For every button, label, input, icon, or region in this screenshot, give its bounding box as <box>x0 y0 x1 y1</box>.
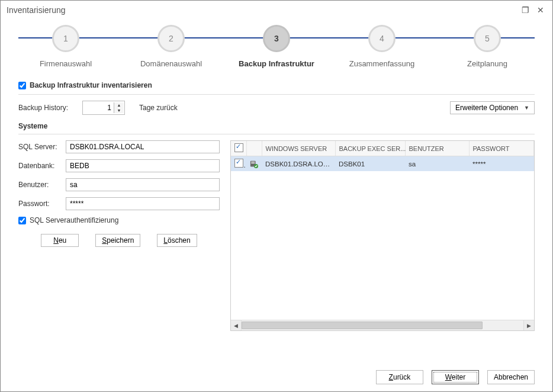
step-3[interactable]: 3 Backup Infrastruktur <box>229 20 324 68</box>
chevron-down-icon: ▼ <box>524 105 529 111</box>
wizard-footer: Zurück Weiter Abbrechen <box>376 370 535 384</box>
sql-server-label: SQL Server: <box>18 143 66 151</box>
row-windows-server: DSBK01.DSRA.LOCAL <box>262 156 335 172</box>
titlebar: Inventarisierung ❐ ✕ <box>1 1 552 20</box>
delete-button[interactable]: Löschen <box>157 234 197 247</box>
step-label: Domänenauswahl <box>140 59 202 68</box>
database-input[interactable] <box>66 159 220 172</box>
step-4[interactable]: 4 Zusammenfassung <box>335 20 429 68</box>
back-button[interactable]: Zurück <box>376 370 423 384</box>
step-1[interactable]: 1 Firmenauswahl <box>18 20 113 68</box>
step-number: 4 <box>380 34 384 43</box>
step-label: Firmenauswahl <box>40 59 92 68</box>
row-status-cell <box>246 156 262 172</box>
password-label: Passwort: <box>18 200 66 208</box>
grid-header-user[interactable]: BENUTZER <box>405 141 469 156</box>
svg-rect-2 <box>251 162 255 163</box>
grid-row[interactable]: DSBK01.DSRA.LOCAL DSBK01 sa ***** <box>231 156 534 172</box>
days-back-label: Tage zurück <box>139 104 178 112</box>
grid-header-checkbox[interactable] <box>231 141 246 156</box>
backup-history-spinner[interactable]: ▲ ▼ <box>82 101 125 115</box>
window-title: Inventarisierung <box>7 5 66 15</box>
scroll-track[interactable] <box>242 320 523 330</box>
spinner-up-icon[interactable]: ▲ <box>114 102 124 108</box>
step-label: Backup Infrastruktur <box>239 59 314 68</box>
password-input[interactable] <box>66 197 220 210</box>
step-number: 3 <box>274 34 279 43</box>
advanced-options-dropdown[interactable]: Erweiterte Optionen ▼ <box>450 101 535 114</box>
row-user: sa <box>405 156 469 172</box>
step-5[interactable]: 5 Zeitplanung <box>440 20 535 68</box>
user-input[interactable] <box>66 178 220 191</box>
grid-header-windows-server[interactable]: WINDOWS SERVER <box>262 141 335 156</box>
system-form: SQL Server: Datenbank: Benutzer: Passwor… <box>18 140 220 331</box>
inventory-backup-checkbox[interactable] <box>18 82 26 89</box>
cancel-button[interactable]: Abbrechen <box>487 370 535 384</box>
step-number: 2 <box>169 34 173 43</box>
database-label: Datenbank: <box>18 162 66 170</box>
checkbox-icon[interactable] <box>234 159 243 168</box>
step-number: 1 <box>63 34 68 43</box>
advanced-options-label: Erweiterte Optionen <box>455 104 518 112</box>
backup-history-input[interactable] <box>83 102 114 114</box>
scroll-left-icon[interactable]: ◀ <box>231 320 242 330</box>
step-label: Zeitplanung <box>467 59 507 68</box>
sql-auth-checkbox[interactable] <box>18 217 26 224</box>
grid-header-backup-exec[interactable]: BACKUP EXEC SER... <box>335 141 405 156</box>
grid-horizontal-scrollbar[interactable]: ◀ ▶ <box>231 320 534 330</box>
row-backup-exec: DSBK01 <box>335 156 405 172</box>
close-icon[interactable]: ✕ <box>535 5 546 15</box>
inventory-backup-label: Backup Infrastruktur inventarisieren <box>30 81 152 89</box>
systems-grid: WINDOWS SERVER BACKUP EXEC SER... BENUTZ… <box>230 140 535 331</box>
scroll-right-icon[interactable]: ▶ <box>523 320 534 330</box>
sql-server-input[interactable] <box>66 140 220 153</box>
sql-auth-label: SQL Serverauthentifizierung <box>30 216 118 224</box>
step-2[interactable]: 2 Domänenauswahl <box>124 20 218 68</box>
wizard-window: Inventarisierung ❐ ✕ 1 Firmenauswahl 2 D… <box>0 0 553 392</box>
svg-rect-1 <box>251 162 255 162</box>
next-button[interactable]: Weiter <box>432 370 479 384</box>
user-label: Benutzer: <box>18 181 66 189</box>
grid-header-status[interactable] <box>246 141 262 156</box>
checkbox-icon[interactable] <box>234 143 243 152</box>
step-indicator: 1 Firmenauswahl 2 Domänenauswahl 3 Backu… <box>1 20 552 73</box>
systems-section-title: Systeme <box>18 122 535 130</box>
step-label: Zusammenfassung <box>349 59 415 68</box>
save-button[interactable]: Speichern <box>95 234 140 247</box>
maximize-icon[interactable]: ❐ <box>519 5 531 15</box>
spinner-down-icon[interactable]: ▼ <box>114 108 124 113</box>
server-ok-icon <box>250 160 258 168</box>
step-number: 5 <box>485 34 490 43</box>
backup-history-label: Backup History: <box>18 104 76 112</box>
row-checkbox-cell[interactable] <box>231 156 246 172</box>
scroll-thumb[interactable] <box>242 322 483 329</box>
grid-header-row: WINDOWS SERVER BACKUP EXEC SER... BENUTZ… <box>231 141 534 156</box>
new-button[interactable]: Neu <box>41 234 79 247</box>
grid-header-password[interactable]: PASSWORT <box>469 141 534 156</box>
row-password: ***** <box>469 156 534 172</box>
